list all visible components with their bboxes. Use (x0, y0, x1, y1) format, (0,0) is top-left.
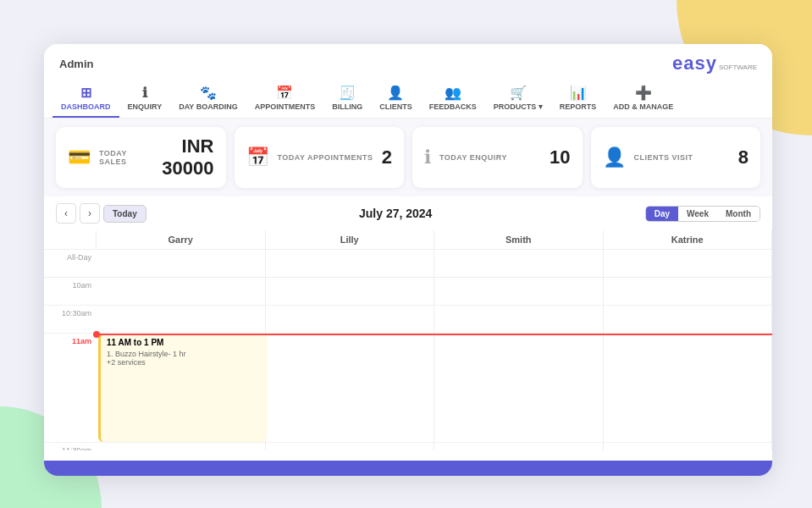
calendar-nav: ‹ › Today (56, 203, 146, 224)
enquiry-stat-label: TODAY ENQUIRY (439, 153, 541, 162)
calendar-header: Garry Lilly Smith Katrine (44, 230, 772, 250)
cell-10am-garry[interactable] (97, 278, 266, 305)
cell-1030am-smith[interactable] (434, 306, 604, 333)
logo-area: easy SOFTWARE (672, 52, 757, 75)
view-day-button[interactable]: Day (646, 207, 678, 221)
calendar-body: All-Day 10am 10:30am (44, 250, 772, 450)
appt-stat-icon: 📅 (246, 146, 269, 168)
cell-10am-lilly[interactable] (266, 278, 435, 305)
clients-icon: 👤 (387, 85, 404, 101)
sales-icon: 💳 (68, 146, 91, 168)
enquiry-icon: ℹ (142, 85, 147, 101)
appt-stat-value: 2 (382, 146, 392, 168)
nav-item-feedbacks[interactable]: 👥 FEEDBACKS (421, 80, 485, 118)
cell-1130am-garry[interactable] (97, 443, 266, 450)
time-label-1130am: 11:30am (44, 443, 97, 450)
appointments-icon: 📅 (276, 85, 293, 101)
day-boarding-icon: 🐾 (200, 85, 217, 101)
cell-10am-katrine[interactable] (604, 278, 773, 305)
nav-item-clients[interactable]: 👤 CLIENTS (371, 80, 421, 118)
nav-item-day-boarding[interactable]: 🐾 DAY BOARDING (170, 80, 246, 118)
add-manage-icon: ➕ (635, 85, 652, 101)
clients-stat-icon: 👤 (603, 146, 626, 168)
nav-item-reports[interactable]: 📊 REPORTS (551, 80, 605, 118)
allday-smith[interactable] (434, 250, 604, 277)
logo-text: easy (672, 52, 717, 75)
col-header-lilly: Lilly (266, 230, 435, 249)
col-header-katrine: Katrine (604, 230, 773, 249)
cell-1030am-katrine[interactable] (604, 306, 773, 333)
today-button[interactable]: Today (103, 205, 146, 223)
nav-label-reports: REPORTS (560, 102, 597, 111)
bottom-bar (44, 461, 772, 476)
sales-label: TODAY SALES (99, 149, 127, 166)
cell-1130am-smith[interactable] (434, 443, 604, 450)
stats-row: 💳 TODAY SALES INR 30000 📅 TODAY APPOINTM… (44, 119, 772, 196)
dashboard-icon: ⊞ (80, 85, 91, 101)
appointment-1[interactable]: 11 AM to 1 PM 1. Buzzo Hairstyle- 1 hr +… (98, 334, 267, 442)
nav-item-enquiry[interactable]: ℹ ENQUIRY (119, 80, 171, 118)
appt-1-detail1: 1. Buzzo Hairstyle- 1 hr (107, 350, 261, 358)
nav-label-dashboard: DASHBOARD (61, 102, 111, 111)
cell-1030am-lilly[interactable] (266, 306, 435, 333)
nav-item-appointments[interactable]: 📅 APPOINTMENTS (246, 80, 324, 118)
view-month-button[interactable]: Month (717, 207, 760, 221)
nav-label-billing: BILLING (332, 102, 362, 111)
appt-1-detail2: +2 services (107, 358, 261, 367)
stat-clients-visit: 👤 CLIENTS VISIT 8 (591, 127, 761, 188)
time-label-10am: 10am (44, 278, 97, 305)
enquiry-stat-value: 10 (550, 146, 570, 168)
view-week-button[interactable]: Week (678, 207, 717, 221)
time-row-10am: 10am (44, 278, 772, 306)
cell-10am-smith[interactable] (434, 278, 604, 305)
nav-item-add-manage[interactable]: ➕ ADD & MANAGE (605, 80, 682, 118)
title-bar-left: Admin (59, 58, 93, 70)
clients-stat-value: 8 (738, 146, 748, 168)
col-header-garry: Garry (97, 230, 266, 249)
clients-stat-info: CLIENTS VISIT (634, 153, 730, 162)
prev-button[interactable]: ‹ (56, 203, 76, 224)
nav-label-add-manage: ADD & MANAGE (613, 102, 673, 111)
allday-lilly[interactable] (266, 250, 435, 277)
col-header-smith: Smith (434, 230, 604, 249)
nav-label-appointments: APPOINTMENTS (255, 102, 316, 111)
title-bar: Admin easy SOFTWARE (44, 44, 772, 80)
cell-1130am-katrine[interactable] (604, 443, 773, 450)
cell-11am-lilly[interactable] (266, 334, 435, 442)
nav-label-products: PRODUCTS ▾ (494, 102, 543, 111)
cell-11am-smith[interactable] (434, 334, 604, 442)
main-window: Admin easy SOFTWARE ⊞ DASHBOARD ℹ ENQUIR… (44, 44, 772, 476)
time-row-11am: 11am 11 AM to 1 PM 1. Buzzo Hairstyle- 1… (44, 334, 772, 443)
stat-today-enquiry: ℹ TODAY ENQUIRY 10 (412, 127, 583, 188)
nav-label-day-boarding: DAY BOARDING (179, 102, 238, 111)
current-time-line (97, 334, 772, 335)
allday-katrine[interactable] (604, 250, 773, 277)
next-button[interactable]: › (80, 203, 100, 224)
allday-label: All-Day (44, 250, 97, 277)
nav-label-clients: CLIENTS (379, 102, 412, 111)
time-label-11am: 11am (44, 334, 97, 442)
nav-item-products[interactable]: 🛒 PRODUCTS ▾ (485, 80, 551, 118)
nav-label-enquiry: ENQUIRY (128, 102, 163, 111)
nav-item-dashboard[interactable]: ⊞ DASHBOARD (52, 80, 119, 118)
cell-11am-katrine[interactable] (604, 334, 773, 442)
current-time-dot (93, 331, 100, 338)
allday-garry[interactable] (97, 250, 266, 277)
sales-value: INR 30000 (135, 135, 214, 179)
calendar-toolbar: ‹ › Today July 27, 2024 Day Week Month (44, 196, 772, 230)
reports-icon: 📊 (570, 85, 587, 101)
time-row-1130am: 11:30am (44, 443, 772, 450)
time-col-header (44, 230, 97, 249)
products-icon: 🛒 (510, 85, 527, 101)
appt-stat-info: TODAY APPOINTMENTS (278, 153, 373, 162)
sales-info: TODAY SALES (99, 149, 127, 166)
cell-1130am-lilly[interactable] (266, 443, 435, 450)
nav-item-billing[interactable]: 🧾 BILLING (323, 80, 371, 118)
cell-1030am-garry[interactable] (97, 306, 266, 333)
appt-stat-label: TODAY APPOINTMENTS (278, 153, 373, 162)
time-row-1030am: 10:30am (44, 306, 772, 334)
cell-11am-garry[interactable]: 11 AM to 1 PM 1. Buzzo Hairstyle- 1 hr +… (97, 334, 266, 442)
appt-1-title: 11 AM to 1 PM (107, 338, 261, 347)
time-label-1030am: 10:30am (44, 306, 97, 333)
stat-today-sales: 💳 TODAY SALES INR 30000 (56, 127, 226, 188)
